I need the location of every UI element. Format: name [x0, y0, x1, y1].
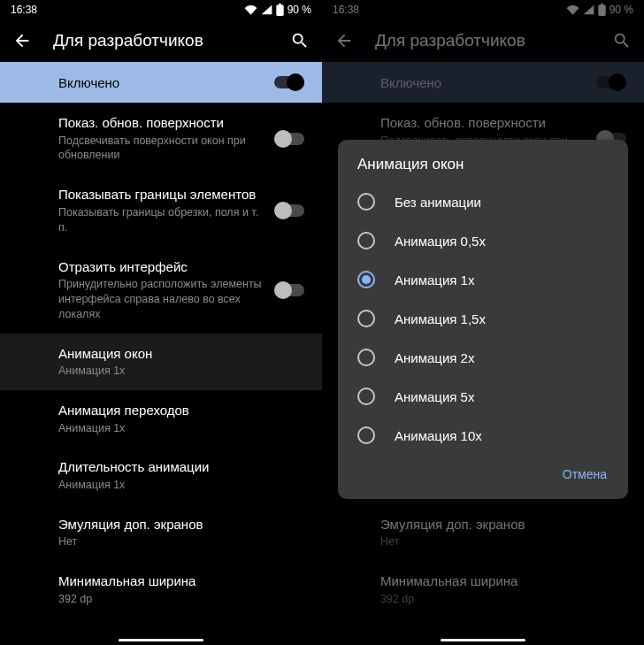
enabled-row[interactable]: Включено — [322, 62, 644, 103]
item-title: Эмуляция доп. экранов — [380, 516, 619, 534]
page-title: Для разработчиков — [375, 31, 591, 50]
item-subtitle: Подсвечивать поверхности окон при обновл… — [58, 134, 267, 164]
dialog-option[interactable]: Анимация 10x — [338, 416, 628, 455]
dialog-option-label: Анимация 2x — [395, 350, 474, 365]
dialog-option-label: Анимация 1x — [395, 273, 474, 288]
dialog-option-label: Без анимации — [395, 195, 481, 210]
status-bar: 16:38 90 % — [0, 0, 322, 19]
item-title: Минимальная ширина — [58, 572, 297, 590]
list-item[interactable]: Показ. обнов. поверхностиПодсвечивать по… — [0, 103, 322, 174]
wifi-icon — [244, 4, 257, 15]
status-right: 90 % — [244, 4, 311, 16]
toggle-switch[interactable] — [274, 131, 304, 147]
item-subtitle: Принудительно расположить элементы интер… — [58, 277, 267, 322]
list-item[interactable]: Эмуляция доп. экрановНет — [0, 504, 322, 561]
enabled-switch[interactable] — [274, 74, 304, 90]
radio-icon — [357, 310, 375, 327]
item-title: Показывать границы элементов — [58, 186, 267, 203]
cancel-button[interactable]: Отмена — [554, 460, 616, 488]
dialog-option[interactable]: Анимация 0,5x — [338, 221, 628, 260]
dialog-option[interactable]: Анимация 5x — [338, 377, 628, 416]
dialog-option-label: Анимация 0,5x — [395, 234, 486, 249]
status-time: 16:38 — [333, 4, 359, 16]
app-bar: Для разработчиков — [0, 19, 322, 62]
list-item[interactable]: Минимальная ширина392 dp — [0, 561, 322, 618]
status-time: 16:38 — [11, 4, 37, 16]
dialog-actions: Отмена — [338, 455, 628, 492]
item-title: Минимальная ширина — [380, 572, 619, 590]
list-item[interactable]: Отразить интерфейсПринудительно располож… — [0, 247, 322, 334]
radio-icon — [357, 349, 375, 366]
list-item[interactable]: Анимация переходовАнимация 1x — [0, 390, 322, 447]
item-subtitle: 392 dp — [58, 592, 297, 607]
list-item[interactable]: Эмуляция доп. экрановНет — [322, 504, 644, 561]
enabled-row[interactable]: Включено — [0, 62, 322, 103]
nav-bar[interactable] — [322, 639, 644, 641]
toggle-switch[interactable] — [274, 203, 304, 219]
dialog-option-label: Анимация 5x — [395, 389, 474, 404]
status-battery: 90 % — [288, 4, 311, 16]
wifi-icon — [566, 4, 579, 15]
back-icon[interactable] — [12, 31, 32, 50]
screen-dialog: 16:38 90 % Для разработчиков Включено По… — [322, 0, 644, 645]
list-item[interactable]: Минимальная ширина392 dp — [322, 561, 644, 618]
list-item[interactable]: Показывать границы элементовПоказывать г… — [0, 174, 322, 246]
item-subtitle: 392 dp — [380, 592, 619, 607]
dialog-option[interactable]: Анимация 1x — [338, 260, 628, 299]
item-title: Анимация окон — [58, 345, 297, 363]
item-subtitle: Анимация 1x — [58, 478, 297, 493]
item-title: Отразить интерфейс — [58, 258, 267, 276]
status-battery: 90 % — [610, 4, 633, 16]
page-title: Для разработчиков — [53, 31, 269, 50]
back-icon[interactable] — [334, 31, 354, 50]
search-icon[interactable] — [290, 31, 310, 50]
app-bar: Для разработчиков — [322, 19, 644, 62]
radio-icon — [357, 388, 375, 405]
signal-icon — [261, 4, 272, 15]
dialog-option[interactable]: Анимация 2x — [338, 338, 628, 377]
dialog-option[interactable]: Анимация 1,5x — [338, 299, 628, 338]
radio-icon — [357, 193, 375, 211]
enabled-label: Включено — [58, 75, 274, 90]
settings-list: Показ. обнов. поверхностиПодсвечивать по… — [0, 103, 322, 618]
animation-dialog: Анимация окон Без анимацииАнимация 0,5xА… — [338, 140, 628, 499]
signal-icon — [583, 4, 594, 15]
radio-icon — [357, 271, 375, 288]
nav-bar[interactable] — [0, 639, 322, 641]
radio-icon — [357, 426, 375, 444]
battery-icon — [598, 4, 606, 16]
item-title: Показ. обнов. поверхности — [380, 114, 589, 132]
screen-settings: 16:38 90 % Для разработчиков Включено По… — [0, 0, 322, 645]
dialog-option-label: Анимация 10x — [395, 428, 482, 443]
battery-icon — [276, 4, 284, 16]
enabled-label: Включено — [380, 75, 596, 90]
dialog-option[interactable]: Без анимации — [338, 182, 628, 221]
toggle-switch[interactable] — [274, 282, 304, 298]
item-subtitle: Нет — [380, 534, 619, 549]
status-bar: 16:38 90 % — [322, 0, 644, 19]
list-item[interactable]: Длительность анимацииАнимация 1x — [0, 447, 322, 503]
dialog-option-label: Анимация 1,5x — [395, 311, 486, 326]
item-subtitle: Нет — [58, 534, 297, 549]
list-item[interactable]: Анимация оконАнимация 1x — [0, 334, 322, 390]
search-icon[interactable] — [612, 31, 632, 50]
item-subtitle: Анимация 1x — [58, 421, 297, 436]
item-title: Длительность анимации — [58, 458, 297, 476]
item-title: Показ. обнов. поверхности — [58, 114, 267, 132]
item-subtitle: Показывать границы обрезки, поля и т. п. — [58, 205, 267, 235]
enabled-switch[interactable] — [596, 74, 626, 90]
item-subtitle: Анимация 1x — [58, 364, 297, 379]
status-right: 90 % — [566, 4, 633, 16]
item-title: Анимация переходов — [58, 402, 297, 419]
radio-icon — [357, 232, 375, 250]
dialog-title: Анимация окон — [338, 156, 628, 182]
item-title: Эмуляция доп. экранов — [58, 516, 297, 534]
